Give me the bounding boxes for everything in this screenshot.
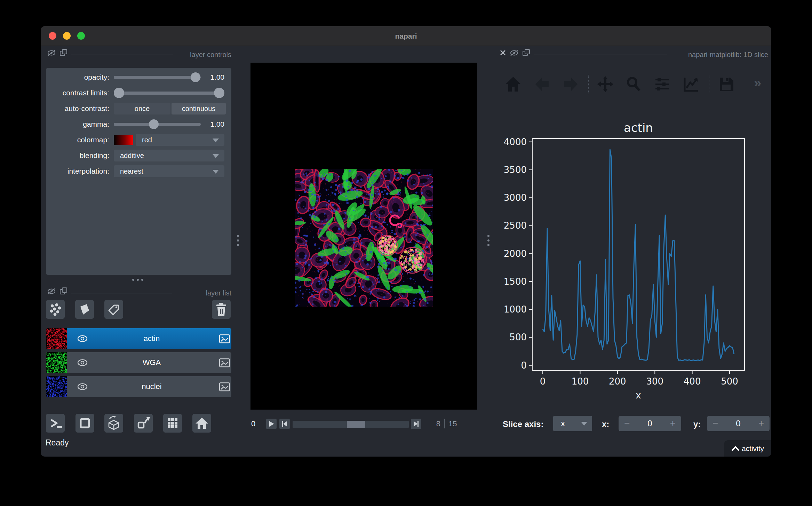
console-button[interactable] xyxy=(46,414,65,433)
slice-chart-svg[interactable]: 0500100015002000250030003500400001002003… xyxy=(500,120,750,402)
close-plot-dock-icon[interactable] xyxy=(499,49,507,57)
panel-splitter-handle[interactable] xyxy=(132,279,143,281)
shapes-layer-icon xyxy=(78,302,91,316)
mpl-back-icon xyxy=(533,75,551,94)
contrast-limits-low-handle[interactable] xyxy=(114,88,124,98)
layer-controls-dock-title: layer controls xyxy=(176,51,231,59)
mpl-pan-button[interactable] xyxy=(596,75,615,95)
mpl-zoom-button[interactable] xyxy=(624,75,643,95)
layer-row-actin[interactable]: actin xyxy=(46,328,231,349)
divider xyxy=(444,419,445,428)
svg-text:1000: 1000 xyxy=(504,304,527,315)
plot-dock-title: napari-matplotlib: 1D slice xyxy=(667,51,768,59)
labels-layer-icon xyxy=(106,302,121,317)
play-button[interactable] xyxy=(266,419,277,429)
image-layer-icon xyxy=(219,358,231,368)
svg-text:0: 0 xyxy=(540,376,546,387)
opacity-slider[interactable] xyxy=(114,76,201,79)
chevron-down-icon xyxy=(581,422,587,426)
right-splitter-handle[interactable] xyxy=(487,235,489,246)
viewer-canvas[interactable] xyxy=(250,63,477,410)
delete-layer-button[interactable] xyxy=(212,300,231,319)
increment-icon[interactable]: + xyxy=(670,416,676,431)
dim-slider-track[interactable] xyxy=(293,421,409,428)
float-layer-controls-icon[interactable] xyxy=(59,49,68,57)
trash-icon xyxy=(214,302,228,317)
hide-layer-controls-icon[interactable] xyxy=(47,49,57,57)
window-title: napari xyxy=(41,26,771,46)
add-labels-layer-button[interactable] xyxy=(104,300,123,319)
blending-value: additive xyxy=(120,152,144,159)
layer-thumbnail-nuclei xyxy=(46,376,67,397)
gamma-slider-handle[interactable] xyxy=(149,119,159,129)
slice-axis-dropdown[interactable]: x xyxy=(553,416,592,431)
add-points-layer-button[interactable] xyxy=(46,300,65,319)
mpl-more-tools-icon[interactable]: » xyxy=(754,76,761,90)
chevron-down-icon xyxy=(213,170,219,174)
x-spinbox[interactable]: − 0 + xyxy=(619,416,681,431)
contrast-limits-slider[interactable] xyxy=(114,92,224,95)
activity-label: activity xyxy=(742,444,764,453)
mpl-save-button[interactable] xyxy=(717,75,736,95)
roll-dims-icon xyxy=(136,416,151,431)
ndisplay-2d-button[interactable] xyxy=(75,414,94,433)
svg-text:200: 200 xyxy=(609,376,626,387)
colormap-label: colormap: xyxy=(46,134,109,146)
layer-row-nuclei[interactable]: nuclei xyxy=(46,376,231,397)
mpl-zoom-icon xyxy=(624,75,643,94)
console-icon xyxy=(48,416,62,430)
y-spin-label: y: xyxy=(693,419,701,429)
mpl-back-button[interactable] xyxy=(533,75,551,95)
activity-button[interactable]: activity xyxy=(724,440,771,457)
mpl-home-button[interactable] xyxy=(504,75,523,95)
play-icon xyxy=(268,420,275,427)
auto-contrast-continuous-button[interactable]: continuous xyxy=(172,103,226,114)
hide-layer-list-icon[interactable] xyxy=(47,287,57,295)
layer-row-wga[interactable]: WGA xyxy=(46,352,231,373)
roll-dimensions-button[interactable] xyxy=(134,414,153,433)
interpolation-dropdown[interactable]: nearest xyxy=(114,165,224,177)
cube-3d-icon xyxy=(106,416,121,431)
dim-slider-handle[interactable] xyxy=(347,421,365,428)
float-plot-dock-icon[interactable] xyxy=(522,49,531,57)
skip-to-end-button[interactable] xyxy=(411,419,421,429)
hide-plot-dock-icon[interactable] xyxy=(510,49,519,57)
colormap-dropdown[interactable]: red xyxy=(136,134,224,146)
svg-text:500: 500 xyxy=(721,376,738,387)
svg-text:400: 400 xyxy=(684,376,701,387)
total-frames: 15 xyxy=(448,419,457,429)
auto-contrast-once-button[interactable]: once xyxy=(114,103,170,114)
contrast-limits-high-handle[interactable] xyxy=(214,88,224,98)
svg-text:x: x xyxy=(636,390,641,401)
opacity-value: 1.00 xyxy=(202,71,224,83)
svg-text:4000: 4000 xyxy=(504,137,527,147)
specimen-image[interactable] xyxy=(295,169,433,307)
grid-view-button[interactable] xyxy=(163,414,182,433)
mpl-subplots-icon xyxy=(653,75,671,94)
ndisplay-3d-button[interactable] xyxy=(104,414,123,433)
increment-icon[interactable]: + xyxy=(758,416,764,431)
auto-contrast-label: auto-contrast: xyxy=(46,103,109,114)
dim-axis-label: 0 xyxy=(251,419,259,429)
mpl-customize-button[interactable] xyxy=(681,75,700,95)
skip-end-icon xyxy=(413,420,420,427)
slice-plot[interactable]: 0500100015002000250030003500400001002003… xyxy=(500,120,750,402)
divider xyxy=(588,75,589,94)
home-reset-view-button[interactable] xyxy=(192,414,211,433)
mpl-subplots-button[interactable] xyxy=(653,75,671,95)
blending-dropdown[interactable]: additive xyxy=(114,150,224,161)
svg-text:3000: 3000 xyxy=(504,192,527,203)
contrast-limits-label: contrast limits: xyxy=(46,87,109,99)
float-layer-list-icon[interactable] xyxy=(59,287,68,295)
y-spinbox[interactable]: − 0 + xyxy=(707,416,770,431)
left-splitter-handle[interactable] xyxy=(237,235,239,246)
slice-axis-label: Slice axis: xyxy=(503,419,543,429)
interpolation-label: interpolation: xyxy=(46,165,109,177)
grid-icon xyxy=(166,416,180,430)
mpl-forward-button[interactable] xyxy=(562,75,580,95)
svg-text:3500: 3500 xyxy=(504,165,527,175)
skip-to-start-button[interactable] xyxy=(279,419,290,429)
add-shapes-layer-button[interactable] xyxy=(75,300,94,319)
mpl-save-icon xyxy=(717,75,736,94)
opacity-slider-handle[interactable] xyxy=(191,72,200,82)
